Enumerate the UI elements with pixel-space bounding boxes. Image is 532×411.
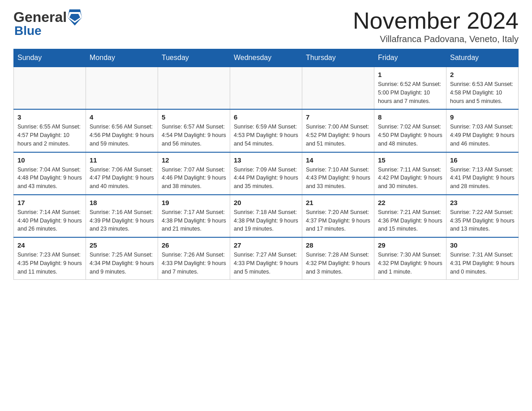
day-info: Sunrise: 7:22 AM Sunset: 4:35 PM Dayligh… <box>450 208 515 233</box>
day-info: Sunrise: 7:20 AM Sunset: 4:37 PM Dayligh… <box>306 208 370 233</box>
calendar-header-saturday: Saturday <box>446 49 519 67</box>
calendar-header-row: SundayMondayTuesdayWednesdayThursdayFrid… <box>14 49 519 67</box>
calendar-cell: 18Sunrise: 7:16 AM Sunset: 4:39 PM Dayli… <box>86 195 158 237</box>
day-info: Sunrise: 6:56 AM Sunset: 4:56 PM Dayligh… <box>90 123 154 148</box>
logo-general: General <box>13 9 67 26</box>
day-number: 17 <box>17 199 82 206</box>
day-number: 14 <box>306 156 370 164</box>
day-info: Sunrise: 7:02 AM Sunset: 4:50 PM Dayligh… <box>378 123 442 148</box>
calendar-cell: 1Sunrise: 6:52 AM Sunset: 5:00 PM Daylig… <box>374 67 446 109</box>
day-number: 10 <box>17 156 82 164</box>
day-number: 18 <box>90 199 154 206</box>
day-number: 8 <box>378 113 442 121</box>
calendar-header-monday: Monday <box>86 49 158 67</box>
day-info: Sunrise: 7:17 AM Sunset: 4:38 PM Dayligh… <box>162 208 226 233</box>
calendar-table: SundayMondayTuesdayWednesdayThursdayFrid… <box>13 49 519 280</box>
day-info: Sunrise: 7:11 AM Sunset: 4:42 PM Dayligh… <box>378 166 442 191</box>
calendar-cell: 11Sunrise: 7:06 AM Sunset: 4:47 PM Dayli… <box>86 152 158 195</box>
calendar-cell <box>302 67 374 109</box>
calendar-cell: 29Sunrise: 7:30 AM Sunset: 4:32 PM Dayli… <box>374 237 446 280</box>
day-number: 27 <box>234 241 298 249</box>
calendar-week-row: 1Sunrise: 6:52 AM Sunset: 5:00 PM Daylig… <box>14 67 519 109</box>
calendar-cell: 8Sunrise: 7:02 AM Sunset: 4:50 PM Daylig… <box>374 109 446 152</box>
calendar-cell: 25Sunrise: 7:25 AM Sunset: 4:34 PM Dayli… <box>86 237 158 280</box>
day-info: Sunrise: 7:31 AM Sunset: 4:31 PM Dayligh… <box>450 251 515 276</box>
day-number: 28 <box>306 241 370 249</box>
calendar-cell: 3Sunrise: 6:55 AM Sunset: 4:57 PM Daylig… <box>14 109 86 152</box>
calendar-cell: 26Sunrise: 7:26 AM Sunset: 4:33 PM Dayli… <box>158 237 230 280</box>
calendar-cell: 12Sunrise: 7:07 AM Sunset: 4:46 PM Dayli… <box>158 152 230 195</box>
day-info: Sunrise: 7:00 AM Sunset: 4:52 PM Dayligh… <box>306 123 370 148</box>
day-number: 9 <box>450 113 515 121</box>
calendar-week-row: 17Sunrise: 7:14 AM Sunset: 4:40 PM Dayli… <box>14 195 519 237</box>
day-info: Sunrise: 7:23 AM Sunset: 4:35 PM Dayligh… <box>17 251 82 276</box>
calendar-cell: 20Sunrise: 7:18 AM Sunset: 4:38 PM Dayli… <box>230 195 302 237</box>
calendar-cell: 27Sunrise: 7:27 AM Sunset: 4:33 PM Dayli… <box>230 237 302 280</box>
calendar-header-thursday: Thursday <box>302 49 374 67</box>
day-number: 4 <box>90 113 154 121</box>
day-info: Sunrise: 7:06 AM Sunset: 4:47 PM Dayligh… <box>90 166 154 191</box>
calendar-cell: 6Sunrise: 6:59 AM Sunset: 4:53 PM Daylig… <box>230 109 302 152</box>
day-info: Sunrise: 7:26 AM Sunset: 4:33 PM Dayligh… <box>162 251 226 276</box>
day-info: Sunrise: 7:28 AM Sunset: 4:32 PM Dayligh… <box>306 251 370 276</box>
calendar-cell: 22Sunrise: 7:21 AM Sunset: 4:36 PM Dayli… <box>374 195 446 237</box>
calendar-cell: 21Sunrise: 7:20 AM Sunset: 4:37 PM Dayli… <box>302 195 374 237</box>
day-number: 20 <box>234 199 298 206</box>
logo-blue: Blue <box>14 24 42 38</box>
calendar-week-row: 10Sunrise: 7:04 AM Sunset: 4:48 PM Dayli… <box>14 152 519 195</box>
day-info: Sunrise: 7:09 AM Sunset: 4:44 PM Dayligh… <box>234 166 298 191</box>
day-number: 7 <box>306 113 370 121</box>
calendar-cell: 15Sunrise: 7:11 AM Sunset: 4:42 PM Dayli… <box>374 152 446 195</box>
day-info: Sunrise: 6:53 AM Sunset: 4:58 PM Dayligh… <box>450 80 515 105</box>
calendar-cell <box>158 67 230 109</box>
calendar-cell: 17Sunrise: 7:14 AM Sunset: 4:40 PM Dayli… <box>14 195 86 237</box>
calendar-cell <box>230 67 302 109</box>
calendar-cell: 2Sunrise: 6:53 AM Sunset: 4:58 PM Daylig… <box>446 67 519 109</box>
calendar-header-tuesday: Tuesday <box>158 49 230 67</box>
day-number: 25 <box>90 241 154 249</box>
day-number: 1 <box>378 71 442 78</box>
day-info: Sunrise: 7:04 AM Sunset: 4:48 PM Dayligh… <box>17 166 82 191</box>
calendar-header-wednesday: Wednesday <box>230 49 302 67</box>
day-info: Sunrise: 6:52 AM Sunset: 5:00 PM Dayligh… <box>378 80 442 105</box>
day-number: 22 <box>378 199 442 206</box>
calendar-cell: 5Sunrise: 6:57 AM Sunset: 4:54 PM Daylig… <box>158 109 230 152</box>
calendar-week-row: 24Sunrise: 7:23 AM Sunset: 4:35 PM Dayli… <box>14 237 519 280</box>
day-number: 3 <box>17 113 82 121</box>
calendar-cell: 14Sunrise: 7:10 AM Sunset: 4:43 PM Dayli… <box>302 152 374 195</box>
day-number: 11 <box>90 156 154 164</box>
day-number: 19 <box>162 199 226 206</box>
day-info: Sunrise: 7:27 AM Sunset: 4:33 PM Dayligh… <box>234 251 298 276</box>
day-info: Sunrise: 7:03 AM Sunset: 4:49 PM Dayligh… <box>450 123 515 148</box>
logo: General Blue <box>13 9 82 38</box>
day-number: 2 <box>450 71 515 78</box>
calendar-cell: 7Sunrise: 7:00 AM Sunset: 4:52 PM Daylig… <box>302 109 374 152</box>
calendar-cell: 30Sunrise: 7:31 AM Sunset: 4:31 PM Dayli… <box>446 237 519 280</box>
calendar-cell: 16Sunrise: 7:13 AM Sunset: 4:41 PM Dayli… <box>446 152 519 195</box>
day-info: Sunrise: 6:59 AM Sunset: 4:53 PM Dayligh… <box>234 123 298 148</box>
month-title: November 2024 <box>353 9 519 32</box>
day-info: Sunrise: 6:55 AM Sunset: 4:57 PM Dayligh… <box>17 123 82 148</box>
day-info: Sunrise: 7:14 AM Sunset: 4:40 PM Dayligh… <box>17 208 82 233</box>
day-number: 24 <box>17 241 82 249</box>
day-number: 21 <box>306 199 370 206</box>
calendar-header-sunday: Sunday <box>14 49 86 67</box>
calendar-cell: 24Sunrise: 7:23 AM Sunset: 4:35 PM Dayli… <box>14 237 86 280</box>
location: Villafranca Padovana, Veneto, Italy <box>353 34 519 44</box>
calendar-cell: 19Sunrise: 7:17 AM Sunset: 4:38 PM Dayli… <box>158 195 230 237</box>
day-info: Sunrise: 7:13 AM Sunset: 4:41 PM Dayligh… <box>450 166 515 191</box>
day-info: Sunrise: 7:10 AM Sunset: 4:43 PM Dayligh… <box>306 166 370 191</box>
calendar-cell: 13Sunrise: 7:09 AM Sunset: 4:44 PM Dayli… <box>230 152 302 195</box>
calendar-header-friday: Friday <box>374 49 446 67</box>
calendar-cell: 28Sunrise: 7:28 AM Sunset: 4:32 PM Dayli… <box>302 237 374 280</box>
day-info: Sunrise: 7:16 AM Sunset: 4:39 PM Dayligh… <box>90 208 154 233</box>
day-number: 23 <box>450 199 515 206</box>
calendar-week-row: 3Sunrise: 6:55 AM Sunset: 4:57 PM Daylig… <box>14 109 519 152</box>
title-block: November 2024 Villafranca Padovana, Vene… <box>353 9 519 44</box>
day-number: 5 <box>162 113 226 121</box>
logo-arrow-icon <box>68 9 82 26</box>
day-info: Sunrise: 7:18 AM Sunset: 4:38 PM Dayligh… <box>234 208 298 233</box>
calendar-cell: 4Sunrise: 6:56 AM Sunset: 4:56 PM Daylig… <box>86 109 158 152</box>
calendar-cell <box>86 67 158 109</box>
day-number: 12 <box>162 156 226 164</box>
